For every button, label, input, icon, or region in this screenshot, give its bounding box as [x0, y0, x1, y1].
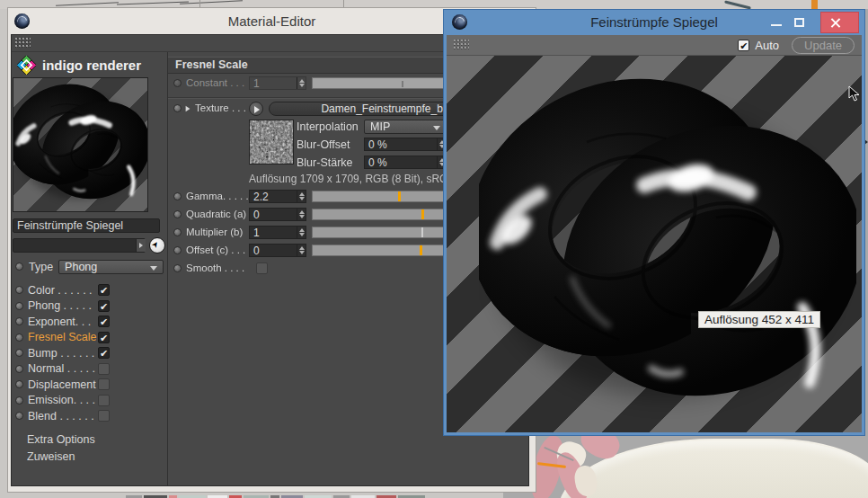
channel-row-blend[interactable]: Blend . . . . . .	[12, 410, 167, 422]
extra-options-item[interactable]: Extra Options	[27, 433, 95, 446]
quadratic-value-field[interactable]: 0	[249, 208, 306, 221]
multiplier-value-field[interactable]: 1	[249, 226, 306, 239]
spinner-icon[interactable]	[297, 227, 306, 238]
parameter-dot-icon	[173, 192, 182, 200]
smooth-checkbox[interactable]	[256, 262, 268, 274]
interpolation-dropdown[interactable]: MIP	[364, 120, 447, 134]
type-dropdown[interactable]: Phong	[58, 260, 164, 274]
type-label: Type	[29, 261, 53, 273]
channel-row-normal[interactable]: Normal . . . . .	[12, 363, 167, 375]
parameter-dot-icon	[15, 262, 23, 271]
parameter-dot-icon	[173, 210, 182, 218]
render-knot	[479, 67, 856, 426]
blur-scale-field[interactable]: 0 %	[364, 156, 447, 169]
indigo-logo-icon	[17, 56, 36, 75]
parameter-dot-icon	[173, 246, 182, 254]
type-value: Phong	[65, 261, 97, 273]
minimize-icon[interactable]	[771, 17, 782, 28]
channel-dot-icon	[15, 333, 23, 342]
channel-row-bump[interactable]: Bump . . . . . . ✔	[12, 347, 167, 359]
auto-checkbox[interactable]: ✔	[738, 40, 749, 51]
parameter-dot-icon	[173, 104, 182, 112]
channel-checkbox[interactable]	[98, 363, 110, 375]
close-icon[interactable]	[820, 12, 859, 33]
channel-dot-icon	[15, 412, 23, 420]
pick-material-button[interactable]	[149, 237, 165, 253]
channel-row-emission[interactable]: Emission. . . .	[12, 395, 167, 406]
render-preview-window: Feinstrümpfe Spiegel ✔ Auto Update Auflö…	[443, 9, 865, 436]
mouse-cursor-icon	[848, 85, 861, 102]
gamma-value-field[interactable]: 2.2	[249, 190, 306, 203]
renderer-label: indigo renderer	[42, 58, 141, 73]
channel-dot-icon	[15, 317, 23, 325]
constant-value-field[interactable]: 1	[249, 76, 306, 90]
resolution-tooltip: Auflösung 452 x 411	[698, 311, 820, 328]
channel-dot-icon	[15, 302, 23, 310]
expand-triangle-icon[interactable]	[186, 106, 190, 111]
channel-checkbox[interactable]: ✔	[98, 332, 110, 343]
channel-dot-icon	[15, 365, 23, 373]
channel-row-color[interactable]: Color . . . . . . ✔	[12, 284, 167, 296]
texture-play-button[interactable]	[249, 102, 263, 116]
channel-checkbox[interactable]: ✔	[98, 300, 110, 312]
offset-value-field[interactable]: 0	[249, 244, 306, 257]
render-preview-area[interactable]: Auflösung 452 x 411	[447, 56, 862, 432]
channel-dot-icon	[15, 380, 23, 388]
material-sidebar: indigo renderer Type Phong	[12, 52, 168, 485]
channel-row-fresnel-scale[interactable]: Fresnel Scale ✔	[12, 332, 167, 343]
channel-checkbox[interactable]: ✔	[98, 316, 110, 327]
channel-checkbox[interactable]	[98, 410, 110, 422]
maximize-icon[interactable]	[794, 18, 804, 27]
preview-titlebar[interactable]: Feinstrümpfe Spiegel	[444, 10, 864, 35]
preview-toolbar: ✔ Auto Update	[447, 35, 862, 56]
blur-offset-field[interactable]: 0 %	[364, 138, 447, 151]
parameter-dot-icon	[173, 264, 182, 272]
grip-handle-icon[interactable]	[454, 40, 469, 50]
material-preview-thumbnail[interactable]	[13, 77, 148, 212]
update-button[interactable]: Update	[792, 37, 855, 54]
assign-item[interactable]: Zuweisen	[27, 450, 75, 463]
material-name-input[interactable]	[13, 218, 160, 233]
renderer-header: indigo renderer	[13, 54, 141, 76]
expand-arrow-button[interactable]	[136, 239, 146, 252]
channel-checkbox[interactable]	[98, 378, 110, 390]
material-preview-knot	[13, 78, 148, 211]
channel-dot-icon	[15, 286, 23, 294]
spinner-icon[interactable]	[297, 191, 306, 202]
parameter-dot-icon	[173, 228, 182, 236]
channel-row-phong[interactable]: Phong . . . . . ✔	[12, 300, 167, 312]
grip-handle-icon[interactable]	[15, 38, 31, 49]
background-accent	[811, 0, 818, 9]
channel-list: Color . . . . . . ✔ Phong . . . . . ✔ Ex…	[12, 284, 167, 422]
channel-dot-icon	[15, 396, 23, 405]
channel-dot-icon	[15, 349, 23, 357]
spinner-icon[interactable]	[297, 209, 306, 220]
channel-checkbox[interactable]	[98, 395, 110, 406]
spinner-icon[interactable]	[297, 245, 306, 256]
parameter-dot-icon	[173, 79, 182, 87]
resolution-note: Auflösung 1709 x 1709, RGB (8 Bit), sRGB…	[249, 173, 468, 185]
auto-label: Auto	[755, 39, 779, 52]
channel-row-displacement[interactable]: Displacement	[12, 378, 167, 390]
channel-checkbox[interactable]: ✔	[98, 347, 110, 359]
channel-row-exponent[interactable]: Exponent. . . ✔	[12, 316, 167, 327]
channel-checkbox[interactable]: ✔	[98, 284, 110, 296]
material-reference-field[interactable]	[13, 238, 146, 253]
spinner-icon[interactable]	[297, 77, 306, 89]
